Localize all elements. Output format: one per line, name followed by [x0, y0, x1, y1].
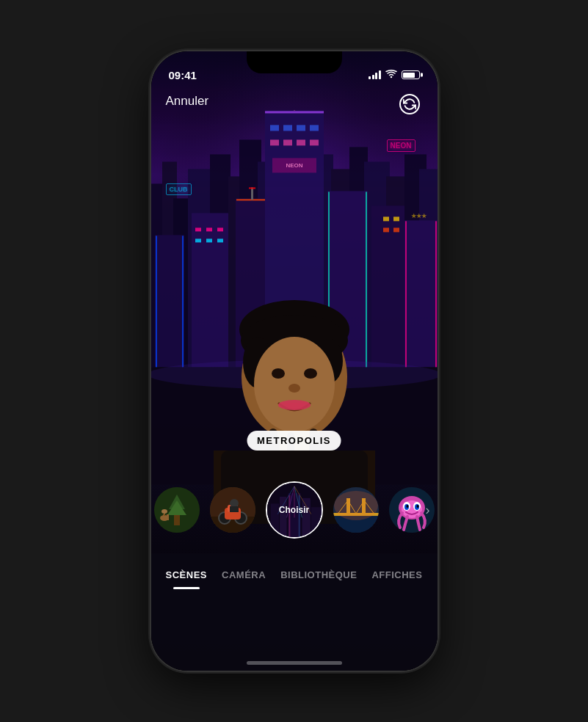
svg-point-121 — [334, 491, 378, 520]
tab-active-indicator — [173, 587, 200, 589]
svg-point-73 — [272, 368, 285, 379]
tab-scenes[interactable]: SCÈNES — [160, 566, 213, 583]
wifi-icon — [385, 70, 397, 81]
neon-sign-3: ★★★ — [411, 213, 427, 219]
svg-rect-98 — [230, 506, 239, 512]
tab-posters-label: AFFICHES — [371, 569, 422, 580]
status-icons — [369, 70, 420, 81]
scene-thumb-metropolis[interactable]: Choisir — [266, 481, 323, 539]
svg-point-90 — [161, 509, 167, 514]
scene-name-label: METROPOLIS — [247, 431, 341, 451]
home-indicator — [247, 661, 342, 665]
battery-icon — [402, 70, 420, 79]
tab-scenes-label: SCÈNES — [166, 569, 207, 580]
neon-sign-1: NEON — [387, 139, 415, 152]
tab-library-label: BIBLIOTHÈQUE — [280, 569, 357, 580]
person-svg — [199, 194, 390, 524]
svg-rect-25 — [155, 235, 184, 367]
neon-sign-2: CLUB — [166, 183, 192, 195]
svg-rect-47 — [297, 139, 305, 145]
notch — [247, 51, 342, 73]
svg-point-75 — [288, 384, 300, 393]
svg-rect-88 — [167, 514, 169, 520]
svg-point-74 — [304, 368, 317, 379]
svg-rect-45 — [270, 139, 279, 145]
svg-rect-85 — [174, 515, 180, 525]
svg-rect-58 — [393, 227, 399, 232]
svg-point-129 — [406, 505, 408, 508]
svg-rect-46 — [283, 139, 292, 145]
svg-rect-60 — [405, 221, 407, 368]
svg-rect-48 — [310, 139, 319, 145]
svg-rect-40 — [265, 111, 324, 113]
phone-frame: NEON — [151, 51, 438, 671]
tab-bar-inner: SCÈNES CAMÉRA BIBLIOTHÈQUE AFFICHES — [151, 553, 438, 583]
status-time: 09:41 — [169, 69, 197, 81]
tab-library[interactable]: BIBLIOTHÈQUE — [275, 566, 363, 583]
tab-camera-label: CAMÉRA — [222, 569, 266, 580]
scene-thumb-forest[interactable] — [154, 487, 200, 533]
svg-rect-38 — [249, 187, 255, 189]
svg-text:NEON: NEON — [286, 162, 302, 169]
scene-choose-label: Choisir — [267, 483, 322, 537]
svg-rect-42 — [283, 125, 292, 131]
flip-camera-button[interactable] — [396, 91, 423, 117]
svg-rect-26 — [156, 236, 157, 368]
tab-camera[interactable]: CAMÉRA — [216, 566, 272, 583]
svg-rect-61 — [435, 221, 437, 368]
screen: NEON — [151, 51, 438, 671]
scroll-right-arrow: › — [426, 503, 430, 518]
svg-rect-41 — [270, 125, 279, 131]
scene-thumb-moto[interactable] — [210, 487, 255, 533]
svg-rect-59 — [404, 220, 438, 367]
scene-thumb-bridge[interactable] — [333, 487, 379, 533]
person-overlay — [199, 194, 390, 524]
scenes-row: Choisir — [151, 481, 438, 539]
tab-posters[interactable]: AFFICHES — [366, 566, 428, 583]
svg-rect-56 — [393, 216, 399, 221]
signal-icon — [369, 70, 381, 79]
svg-rect-44 — [310, 125, 319, 131]
tab-bar: SCÈNES CAMÉRA BIBLIOTHÈQUE AFFICHES — [151, 553, 438, 671]
svg-rect-27 — [182, 236, 184, 368]
svg-rect-43 — [297, 125, 305, 131]
svg-point-76 — [278, 400, 311, 410]
cancel-button[interactable]: Annuler — [166, 94, 209, 109]
svg-point-130 — [416, 505, 418, 508]
